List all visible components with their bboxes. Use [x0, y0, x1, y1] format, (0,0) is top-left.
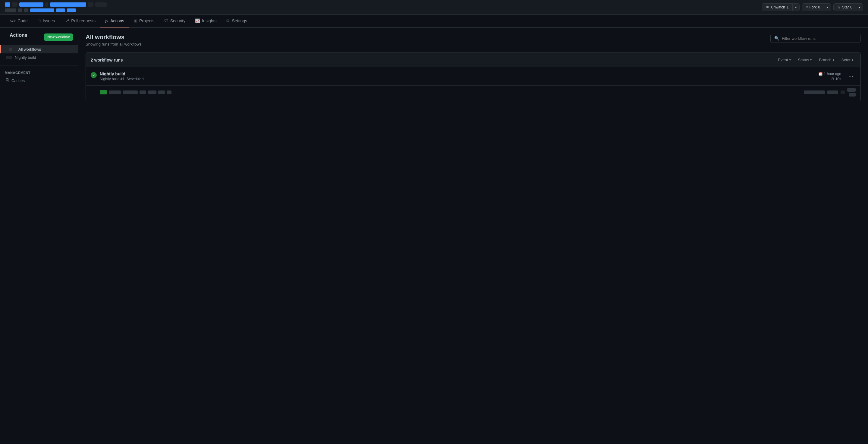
commit-right-block5 — [849, 93, 856, 96]
tab-actions-label: Actions — [110, 19, 124, 23]
nightly-build-label: Nightly build — [15, 55, 36, 60]
workflow-run-right: 📅 1 hour ago ⏱ 10s ⋯ — [818, 72, 856, 81]
filter-buttons: Event ▾ Status ▾ Branch ▾ Actor ▾ — [775, 56, 856, 63]
tab-projects[interactable]: ⊞ Projects — [129, 15, 159, 27]
sidebar-item-all-workflows[interactable]: All workflows — [0, 45, 78, 53]
fork-expand-button[interactable]: ▾ — [824, 4, 831, 11]
commit-row — [86, 86, 861, 101]
repo-actions: 👁 Unwatch 1 ▾ ⑂ Fork 0 ▾ ☆ Star 0 ▾ — [762, 3, 863, 11]
filter-status-button[interactable]: Status ▾ — [796, 56, 814, 63]
repo-breadcrumb — [5, 2, 107, 12]
workflow-run-name: Nightly build — [100, 71, 144, 76]
duration-item: ⏱ 10s — [831, 77, 841, 81]
search-box[interactable]: 🔍 — [770, 34, 861, 43]
pull-requests-icon: ⎇ — [64, 19, 69, 23]
star-icon: ☆ — [837, 5, 841, 9]
commit-row-left — [100, 90, 172, 94]
page-title: All workflows — [86, 34, 142, 41]
workflow-run-meta: 📅 1 hour ago ⏱ 10s — [818, 72, 841, 81]
page-subtitle: Showing runs from all workflows — [86, 42, 142, 47]
tab-security[interactable]: 🛡 Security — [159, 15, 190, 27]
commit-right-block1 — [804, 90, 825, 94]
caches-icon: 🗄 — [5, 78, 9, 83]
tab-pull-requests[interactable]: ⎇ Pull requests — [60, 15, 100, 27]
workflow-run-left: ✓ Nightly build Nightly build #1: Schedu… — [91, 71, 144, 81]
tab-issues-label: Issues — [43, 19, 55, 23]
star-button[interactable]: ☆ Star 0 — [834, 4, 856, 11]
commit-block6 — [167, 90, 172, 94]
projects-icon: ⊞ — [134, 19, 137, 23]
workflow-run-row[interactable]: ✓ Nightly build Nightly build #1: Schedu… — [86, 67, 861, 86]
tab-insights-label: Insights — [202, 19, 216, 23]
meta-block2 — [18, 8, 22, 12]
fork-group: ⑂ Fork 0 ▾ — [802, 3, 831, 11]
actions-icon: ▷ — [105, 19, 108, 23]
filter-actor-label: Actor — [841, 58, 850, 62]
meta-block5 — [56, 8, 65, 12]
issues-icon: ⊙ — [37, 19, 41, 23]
meta-block4 — [30, 8, 54, 12]
breadcrumb-owner — [19, 2, 43, 7]
filter-event-label: Event — [778, 58, 788, 62]
time-ago-item: 📅 1 hour ago — [818, 72, 841, 76]
clock-icon: ⏱ — [831, 77, 834, 81]
workflow-count: 2 workflow runs — [91, 58, 123, 62]
tab-issues[interactable]: ⊙ Issues — [33, 15, 60, 27]
star-expand-button[interactable]: ▾ — [856, 4, 863, 11]
star-label: Star — [842, 5, 849, 9]
tab-settings[interactable]: ⚙ Settings — [221, 15, 252, 27]
tab-security-label: Security — [170, 19, 186, 23]
event-chevron-icon: ▾ — [789, 58, 791, 62]
new-workflow-button[interactable]: New workflow — [44, 33, 73, 41]
breadcrumb-sep — [12, 2, 18, 7]
fork-count: 0 — [818, 5, 820, 9]
commit-block3 — [140, 90, 146, 94]
run-status-success-icon: ✓ — [91, 72, 97, 78]
filter-branch-button[interactable]: Branch ▾ — [816, 56, 836, 63]
main-content: All workflows Showing runs from all work… — [79, 28, 868, 436]
tab-code[interactable]: </> Code — [5, 15, 33, 27]
content-title-group: All workflows Showing runs from all work… — [86, 34, 142, 47]
sidebar: Actions New workflow All workflows Night… — [0, 28, 79, 436]
tab-settings-label: Settings — [232, 19, 247, 23]
top-bar: 👁 Unwatch 1 ▾ ⑂ Fork 0 ▾ ☆ Star 0 ▾ — [0, 0, 868, 15]
breadcrumb-slash — [45, 2, 48, 7]
commit-block2 — [123, 90, 138, 94]
star-group: ☆ Star 0 ▾ — [833, 3, 863, 11]
branch-chevron-icon: ▾ — [833, 58, 834, 62]
settings-icon: ⚙ — [226, 19, 230, 23]
more-options-button[interactable]: ⋯ — [846, 72, 856, 81]
fork-button[interactable]: ⑂ Fork 0 — [802, 4, 824, 11]
search-input[interactable] — [782, 36, 857, 41]
time-ago-text: 1 hour ago — [824, 72, 841, 76]
tab-insights[interactable]: 📈 Insights — [190, 15, 221, 27]
unwatch-group: 👁 Unwatch 1 ▾ — [762, 3, 799, 11]
sidebar-item-caches[interactable]: 🗄 Caches — [0, 76, 78, 85]
search-icon: 🔍 — [774, 36, 779, 41]
breadcrumb-icon — [5, 2, 10, 7]
workflow-table: 2 workflow runs Event ▾ Status ▾ Branch … — [86, 53, 861, 101]
workflow-run-subtitle: Nightly build #1: Scheduled — [100, 77, 144, 81]
tab-code-label: Code — [18, 19, 27, 23]
main-layout: Actions New workflow All workflows Night… — [0, 28, 868, 436]
breadcrumb-icon2 — [88, 2, 93, 7]
sidebar-divider — [0, 65, 78, 65]
tab-projects-label: Projects — [139, 19, 155, 23]
filter-status-label: Status — [798, 58, 809, 62]
workflow-run-info: Nightly build Nightly build #1: Schedule… — [100, 71, 144, 81]
sidebar-item-nightly-build[interactable]: Nightly build — [0, 53, 78, 62]
filter-event-button[interactable]: Event ▾ — [775, 56, 793, 63]
tab-actions[interactable]: ▷ Actions — [100, 15, 129, 27]
security-icon: 🛡 — [164, 19, 168, 23]
unwatch-count: 1 — [786, 5, 789, 9]
unwatch-expand-button[interactable]: ▾ — [792, 4, 799, 11]
code-icon: </> — [10, 19, 16, 23]
nightly-build-icon — [6, 56, 12, 59]
actor-chevron-icon: ▾ — [852, 58, 853, 62]
insights-icon: 📈 — [195, 19, 200, 23]
calendar-icon: 📅 — [818, 72, 823, 76]
unwatch-button[interactable]: 👁 Unwatch 1 — [762, 4, 792, 11]
star-count: 0 — [850, 5, 852, 9]
filter-actor-button[interactable]: Actor ▾ — [839, 56, 856, 63]
commit-right-block2 — [827, 90, 838, 94]
